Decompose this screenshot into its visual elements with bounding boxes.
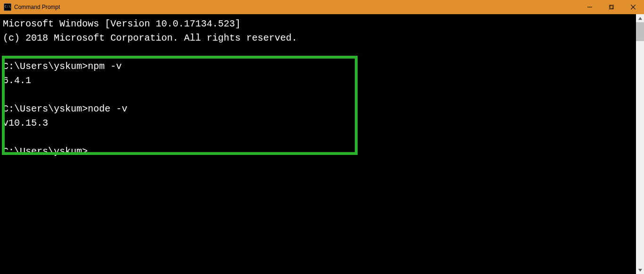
svg-rect-5 (610, 5, 614, 9)
svg-marker-9 (638, 269, 642, 272)
terminal-line: C:\Users\yskum> (3, 146, 88, 157)
terminal-line: Microsoft Windows [Version 10.0.17134.52… (3, 18, 241, 29)
svg-text:C:\: C:\ (5, 5, 11, 9)
scrollbar-thumb[interactable] (636, 22, 644, 41)
window-title: Command Prompt (14, 4, 60, 10)
terminal-output[interactable]: Microsoft Windows [Version 10.0.17134.52… (0, 14, 636, 274)
scroll-down-button[interactable] (636, 266, 644, 274)
terminal-line: v10.15.3 (3, 118, 48, 128)
command-prompt-icon: C:\ (4, 3, 11, 11)
svg-marker-8 (638, 17, 642, 20)
terminal-line: (c) 2018 Microsoft Corporation. All righ… (3, 33, 297, 43)
vertical-scrollbar[interactable] (636, 14, 644, 274)
cursor (88, 147, 92, 157)
terminal-line: C:\Users\yskum>npm -v (3, 61, 122, 72)
command-prompt-window: C:\ Command Prompt Microsoft Win (0, 0, 644, 274)
maximize-button[interactable] (601, 0, 622, 14)
window-controls (579, 0, 644, 14)
terminal-line: C:\Users\yskum>node -v (3, 103, 127, 114)
terminal-line: 6.4.1 (3, 75, 31, 86)
titlebar[interactable]: C:\ Command Prompt (0, 0, 644, 14)
scroll-up-button[interactable] (636, 14, 644, 22)
scrollbar-track[interactable] (636, 41, 644, 266)
client-area: Microsoft Windows [Version 10.0.17134.52… (0, 14, 644, 274)
minimize-button[interactable] (579, 0, 601, 14)
svg-rect-4 (609, 6, 613, 9)
close-button[interactable] (622, 0, 644, 14)
